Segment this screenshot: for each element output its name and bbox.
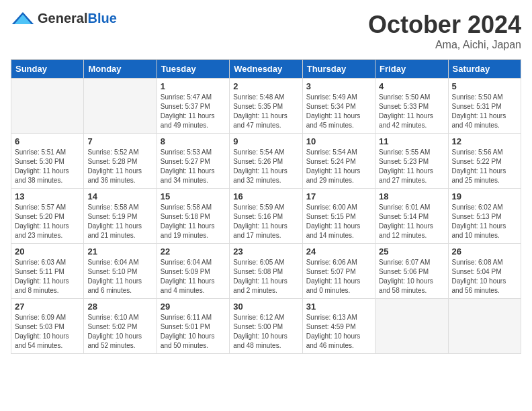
cell-content: Sunrise: 6:04 AMSunset: 5:09 PMDaylight:… — [161, 258, 226, 295]
cell-content: Sunrise: 5:53 AMSunset: 5:27 PMDaylight:… — [161, 148, 226, 185]
cell-content-line: Sunrise: 5:54 AM — [306, 148, 357, 156]
cell-content: Sunrise: 5:58 AMSunset: 5:18 PMDaylight:… — [161, 203, 226, 240]
cell-content: Sunrise: 6:08 AMSunset: 5:04 PMDaylight:… — [452, 258, 517, 295]
cell-content-line: Sunrise: 6:04 AM — [161, 259, 212, 266]
cell-content-line: Sunrise: 5:54 AM — [233, 148, 284, 156]
day-number: 1 — [161, 81, 226, 91]
cell-content-line: Daylight: 11 hours and 4 minutes. — [161, 277, 215, 294]
cell-content-line: Daylight: 11 hours and 45 minutes. — [306, 112, 361, 129]
calendar-cell: 23Sunrise: 6:05 AMSunset: 5:08 PMDayligh… — [230, 244, 302, 299]
calendar-header-row: SundayMondayTuesdayWednesdayThursdayFrid… — [11, 60, 521, 79]
cell-content-line: Daylight: 11 hours and 25 minutes. — [452, 167, 506, 184]
calendar-day-header: Friday — [375, 60, 448, 79]
cell-content: Sunrise: 5:48 AMSunset: 5:35 PMDaylight:… — [233, 93, 298, 130]
day-number: 18 — [379, 191, 444, 201]
cell-content-line: Daylight: 11 hours and 8 minutes. — [15, 277, 69, 294]
calendar-cell: 8Sunrise: 5:53 AMSunset: 5:27 PMDaylight… — [157, 134, 229, 189]
calendar-cell: 27Sunrise: 6:09 AMSunset: 5:03 PMDayligh… — [11, 299, 84, 354]
day-number: 7 — [87, 136, 152, 146]
cell-content-line: Sunset: 5:22 PM — [452, 158, 502, 165]
cell-content-line: Sunset: 5:34 PM — [306, 103, 356, 110]
day-number: 8 — [161, 136, 226, 146]
calendar-cell: 4Sunrise: 5:50 AMSunset: 5:33 PMDaylight… — [375, 79, 448, 134]
calendar-cell: 12Sunrise: 5:56 AMSunset: 5:22 PMDayligh… — [448, 134, 521, 189]
cell-content-line: Sunrise: 6:04 AM — [87, 259, 138, 266]
calendar-cell: 25Sunrise: 6:07 AMSunset: 5:06 PMDayligh… — [375, 244, 448, 299]
logo-text: GeneralBlue — [38, 11, 117, 26]
cell-content-line: Daylight: 11 hours and 12 minutes. — [379, 222, 433, 239]
cell-content-line: Sunrise: 5:53 AM — [161, 148, 212, 156]
cell-content-line: Daylight: 11 hours and 29 minutes. — [306, 167, 361, 184]
cell-content-line: Sunrise: 5:58 AM — [87, 203, 138, 211]
day-number: 17 — [306, 191, 371, 201]
location: Ama, Aichi, Japan — [368, 39, 521, 51]
calendar-cell: 19Sunrise: 6:02 AMSunset: 5:13 PMDayligh… — [448, 189, 521, 244]
day-number: 31 — [306, 302, 371, 312]
cell-content-line: Daylight: 11 hours and 47 minutes. — [233, 112, 287, 129]
cell-content-line: Daylight: 11 hours and 42 minutes. — [379, 112, 433, 129]
cell-content-line: Sunset: 5:30 PM — [15, 158, 64, 165]
cell-content: Sunrise: 5:57 AMSunset: 5:20 PMDaylight:… — [15, 203, 80, 240]
cell-content-line: Daylight: 11 hours and 49 minutes. — [161, 112, 215, 129]
calendar-day-header: Monday — [84, 60, 157, 79]
cell-content: Sunrise: 5:51 AMSunset: 5:30 PMDaylight:… — [15, 148, 80, 185]
cell-content-line: Sunset: 5:07 PM — [306, 268, 356, 275]
cell-content-line: Sunrise: 5:55 AM — [379, 148, 430, 156]
cell-content: Sunrise: 6:04 AMSunset: 5:10 PMDaylight:… — [87, 258, 152, 295]
calendar-cell: 16Sunrise: 5:59 AMSunset: 5:16 PMDayligh… — [230, 189, 302, 244]
cell-content-line: Sunrise: 5:59 AM — [233, 203, 284, 211]
calendar-cell: 1Sunrise: 5:47 AMSunset: 5:37 PMDaylight… — [157, 79, 229, 134]
day-number: 14 — [87, 191, 152, 201]
cell-content: Sunrise: 5:49 AMSunset: 5:34 PMDaylight:… — [306, 93, 371, 130]
cell-content-line: Sunrise: 5:52 AM — [87, 148, 138, 156]
calendar-day-header: Saturday — [448, 60, 521, 79]
cell-content-line: Sunrise: 5:50 AM — [379, 93, 430, 101]
calendar-cell: 7Sunrise: 5:52 AMSunset: 5:28 PMDaylight… — [84, 134, 157, 189]
cell-content-line: Daylight: 10 hours and 58 minutes. — [379, 277, 433, 294]
day-number: 2 — [233, 81, 298, 91]
calendar-cell: 26Sunrise: 6:08 AMSunset: 5:04 PMDayligh… — [448, 244, 521, 299]
cell-content-line: Sunrise: 6:09 AM — [15, 314, 66, 321]
logo-icon — [11, 11, 35, 26]
cell-content-line: Sunrise: 6:00 AM — [306, 203, 357, 211]
calendar-week-row: 13Sunrise: 5:57 AMSunset: 5:20 PMDayligh… — [11, 189, 521, 244]
calendar-day-header: Sunday — [11, 60, 84, 79]
cell-content-line: Sunset: 5:31 PM — [452, 103, 502, 110]
cell-content-line: Daylight: 10 hours and 48 minutes. — [233, 332, 287, 349]
cell-content: Sunrise: 5:56 AMSunset: 5:22 PMDaylight:… — [452, 148, 517, 185]
cell-content-line: Sunset: 5:13 PM — [452, 213, 502, 220]
cell-content-line: Daylight: 10 hours and 52 minutes. — [87, 332, 142, 349]
cell-content-line: Sunrise: 6:10 AM — [87, 314, 138, 321]
cell-content-line: Sunset: 5:11 PM — [15, 268, 64, 275]
calendar-table: SundayMondayTuesdayWednesdayThursdayFrid… — [11, 59, 521, 354]
cell-content-line: Sunrise: 5:51 AM — [15, 148, 66, 156]
day-number: 12 — [452, 136, 517, 146]
cell-content-line: Sunset: 5:03 PM — [15, 323, 64, 330]
cell-content: Sunrise: 6:11 AMSunset: 5:01 PMDaylight:… — [161, 313, 226, 351]
day-number: 5 — [452, 81, 517, 91]
calendar-cell: 18Sunrise: 6:01 AMSunset: 5:14 PMDayligh… — [375, 189, 448, 244]
cell-content: Sunrise: 5:58 AMSunset: 5:19 PMDaylight:… — [87, 203, 152, 240]
day-number: 19 — [452, 191, 517, 201]
cell-content: Sunrise: 5:54 AMSunset: 5:26 PMDaylight:… — [233, 148, 298, 185]
calendar-cell: 15Sunrise: 5:58 AMSunset: 5:18 PMDayligh… — [157, 189, 229, 244]
cell-content-line: Sunrise: 5:57 AM — [15, 203, 66, 211]
calendar-cell: 29Sunrise: 6:11 AMSunset: 5:01 PMDayligh… — [157, 299, 229, 354]
calendar-cell: 17Sunrise: 6:00 AMSunset: 5:15 PMDayligh… — [302, 189, 375, 244]
cell-content-line: Sunrise: 6:03 AM — [15, 259, 66, 266]
cell-content-line: Daylight: 11 hours and 32 minutes. — [233, 167, 287, 184]
calendar-cell: 21Sunrise: 6:04 AMSunset: 5:10 PMDayligh… — [84, 244, 157, 299]
calendar-week-row: 1Sunrise: 5:47 AMSunset: 5:37 PMDaylight… — [11, 79, 521, 134]
cell-content-line: Sunrise: 6:01 AM — [379, 203, 430, 211]
calendar-cell: 5Sunrise: 5:50 AMSunset: 5:31 PMDaylight… — [448, 79, 521, 134]
cell-content: Sunrise: 6:13 AMSunset: 4:59 PMDaylight:… — [306, 313, 371, 351]
calendar-cell: 14Sunrise: 5:58 AMSunset: 5:19 PMDayligh… — [84, 189, 157, 244]
cell-content: Sunrise: 6:07 AMSunset: 5:06 PMDaylight:… — [379, 258, 444, 295]
cell-content-line: Daylight: 11 hours and 0 minutes. — [306, 277, 361, 294]
calendar-day-header: Tuesday — [157, 60, 229, 79]
day-number: 26 — [452, 246, 517, 257]
cell-content-line: Sunset: 5:06 PM — [379, 268, 429, 275]
day-number: 24 — [306, 246, 371, 257]
cell-content: Sunrise: 6:09 AMSunset: 5:03 PMDaylight:… — [15, 313, 80, 351]
cell-content-line: Sunset: 5:24 PM — [306, 158, 356, 165]
